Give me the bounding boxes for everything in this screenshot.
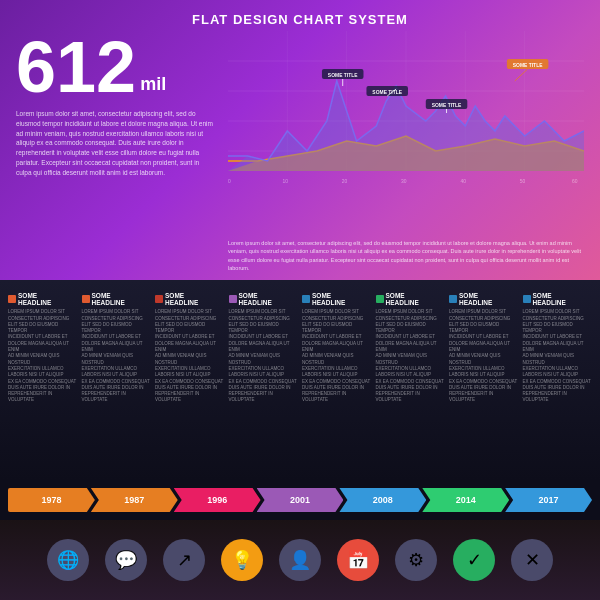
svg-line-16 — [515, 69, 528, 81]
timeline-year: 1996 — [207, 495, 227, 505]
timeline-year: 2001 — [290, 495, 310, 505]
headline-item-0: SOMEHEADLINE LOREM IPSUM DOLOR SITCONSEC… — [8, 292, 78, 472]
timeline-year: 1978 — [41, 495, 61, 505]
headline-body: LOREM IPSUM DOLOR SITCONSECTETUR ADIPISC… — [82, 309, 152, 403]
headline-title: SOMEHEADLINE — [239, 292, 272, 306]
headline-color-dot — [302, 295, 310, 303]
timeline-bar: 1978198719962001200820142017 — [8, 488, 592, 512]
headline-item-7: SOMEHEADLINE LOREM IPSUM DOLOR SITCONSEC… — [523, 292, 593, 472]
big-number-suffix: mil — [140, 74, 166, 95]
headline-title: SOMEHEADLINE — [533, 292, 566, 306]
headline-item-3: SOMEHEADLINE LOREM IPSUM DOLOR SITCONSEC… — [229, 292, 299, 472]
left-description: Lorem ipsum dolor sit amet, consectetur … — [16, 109, 216, 177]
headline-body: LOREM IPSUM DOLOR SITCONSECTETUR ADIPISC… — [229, 309, 299, 403]
middle-section: SOMEHEADLINE LOREM IPSUM DOLOR SITCONSEC… — [0, 280, 600, 480]
headline-title: SOMEHEADLINE — [92, 292, 125, 306]
headline-color-dot — [449, 295, 457, 303]
bottom-section: 🌐💬↗💡👤📅⚙✓✕ — [0, 520, 600, 600]
timeline-year: 2014 — [456, 495, 476, 505]
line-chart: SOME TITLE SOME TITLE SOME TITLE SOME TI… — [228, 31, 584, 191]
timeline-year: 2008 — [373, 495, 393, 505]
big-number: 612 — [16, 31, 136, 103]
svg-text:10: 10 — [282, 179, 288, 184]
headline-title: SOMEHEADLINE — [18, 292, 51, 306]
svg-text:SOME TITLE: SOME TITLE — [328, 73, 358, 78]
headline-body: LOREM IPSUM DOLOR SITCONSECTETUR ADIPISC… — [449, 309, 519, 403]
headline-item-1: SOMEHEADLINE LOREM IPSUM DOLOR SITCONSEC… — [82, 292, 152, 472]
right-panel: SOME TITLE SOME TITLE SOME TITLE SOME TI… — [216, 31, 584, 272]
svg-text:50: 50 — [520, 179, 526, 184]
svg-text:0: 0 — [228, 179, 231, 184]
headline-color-dot — [8, 295, 16, 303]
headline-label: SOMEHEADLINE — [523, 292, 593, 306]
headline-body: LOREM IPSUM DOLOR SITCONSECTETUR ADIPISC… — [8, 309, 78, 403]
calendar-icon[interactable]: 📅 — [337, 539, 379, 581]
headline-body: LOREM IPSUM DOLOR SITCONSECTETUR ADIPISC… — [376, 309, 446, 403]
left-panel: 612 mil Lorem ipsum dolor sit amet, cons… — [16, 31, 216, 272]
headline-color-dot — [155, 295, 163, 303]
headline-color-dot — [376, 295, 384, 303]
check-icon[interactable]: ✓ — [453, 539, 495, 581]
headline-body: LOREM IPSUM DOLOR SITCONSECTETUR ADIPISC… — [155, 309, 225, 403]
headline-title: SOMEHEADLINE — [459, 292, 492, 306]
timeline-item-1978[interactable]: 1978 — [8, 488, 95, 512]
svg-text:30: 30 — [401, 179, 407, 184]
timeline-year: 2017 — [539, 495, 559, 505]
page-title: FLAT DESIGN CHART SYSTEM — [16, 12, 584, 27]
svg-text:SOME TITLE: SOME TITLE — [372, 90, 402, 95]
share-icon[interactable]: ↗ — [163, 539, 205, 581]
headline-item-6: SOMEHEADLINE LOREM IPSUM DOLOR SITCONSEC… — [449, 292, 519, 472]
headline-label: SOMEHEADLINE — [302, 292, 372, 306]
headline-item-2: SOMEHEADLINE LOREM IPSUM DOLOR SITCONSEC… — [155, 292, 225, 472]
svg-text:SOME TITLE: SOME TITLE — [513, 63, 543, 68]
headline-color-dot — [82, 295, 90, 303]
timeline-section: 1978198719962001200820142017 — [0, 480, 600, 520]
headline-label: SOMEHEADLINE — [155, 292, 225, 306]
headlines-row: SOMEHEADLINE LOREM IPSUM DOLOR SITCONSEC… — [8, 292, 592, 472]
svg-text:20: 20 — [342, 179, 348, 184]
timeline-item-1996[interactable]: 1996 — [174, 488, 261, 512]
headline-label: SOMEHEADLINE — [8, 292, 78, 306]
svg-text:60: 60 — [572, 179, 578, 184]
right-description: Lorem ipsum dolor sit amet, consectetur … — [228, 239, 584, 272]
headline-body: LOREM IPSUM DOLOR SITCONSECTETUR ADIPISC… — [302, 309, 372, 403]
headline-label: SOMEHEADLINE — [82, 292, 152, 306]
user-icon[interactable]: 👤 — [279, 539, 321, 581]
timeline-year: 1987 — [124, 495, 144, 505]
timeline-item-2014[interactable]: 2014 — [422, 488, 509, 512]
settings-icon[interactable]: ⚙ — [395, 539, 437, 581]
timeline-item-1987[interactable]: 1987 — [91, 488, 178, 512]
idea-icon[interactable]: 💡 — [221, 539, 263, 581]
headline-label: SOMEHEADLINE — [449, 292, 519, 306]
headline-label: SOMEHEADLINE — [376, 292, 446, 306]
headline-item-4: SOMEHEADLINE LOREM IPSUM DOLOR SITCONSEC… — [302, 292, 372, 472]
svg-text:40: 40 — [460, 179, 466, 184]
headline-label: SOMEHEADLINE — [229, 292, 299, 306]
headline-title: SOMEHEADLINE — [312, 292, 345, 306]
headline-color-dot — [229, 295, 237, 303]
headline-body: LOREM IPSUM DOLOR SITCONSECTETUR ADIPISC… — [523, 309, 593, 403]
chat-icon[interactable]: 💬 — [105, 539, 147, 581]
headline-title: SOMEHEADLINE — [165, 292, 198, 306]
timeline-item-2001[interactable]: 2001 — [257, 488, 344, 512]
headline-item-5: SOMEHEADLINE LOREM IPSUM DOLOR SITCONSEC… — [376, 292, 446, 472]
timeline-item-2017[interactable]: 2017 — [505, 488, 592, 512]
chart-area: SOME TITLE SOME TITLE SOME TITLE SOME TI… — [228, 31, 584, 235]
svg-text:SOME TITLE: SOME TITLE — [432, 103, 462, 108]
close-icon[interactable]: ✕ — [511, 539, 553, 581]
timeline-item-2008[interactable]: 2008 — [339, 488, 426, 512]
top-section: FLAT DESIGN CHART SYSTEM 612 mil Lorem i… — [0, 0, 600, 280]
globe-icon[interactable]: 🌐 — [47, 539, 89, 581]
headline-color-dot — [523, 295, 531, 303]
headline-title: SOMEHEADLINE — [386, 292, 419, 306]
